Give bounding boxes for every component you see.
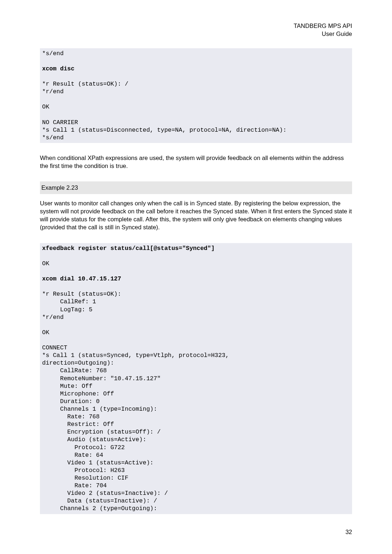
paragraph-2: User wants to monitor call changes only … [40, 199, 352, 231]
doc-title-line1: TANDBERG MPS API [40, 22, 352, 30]
code-block-2: xfeedback register status/call[@status="… [40, 243, 352, 514]
doc-header: TANDBERG MPS API User Guide [40, 22, 352, 38]
doc-title-line2: User Guide [40, 30, 352, 38]
example-heading: Example 2.23 [40, 181, 352, 194]
paragraph-1: When conditional XPath expressions are u… [40, 154, 352, 170]
code-block-1: *s/end xcom disc *r Result (status=OK): … [40, 48, 352, 143]
page-number: 32 [40, 528, 352, 536]
